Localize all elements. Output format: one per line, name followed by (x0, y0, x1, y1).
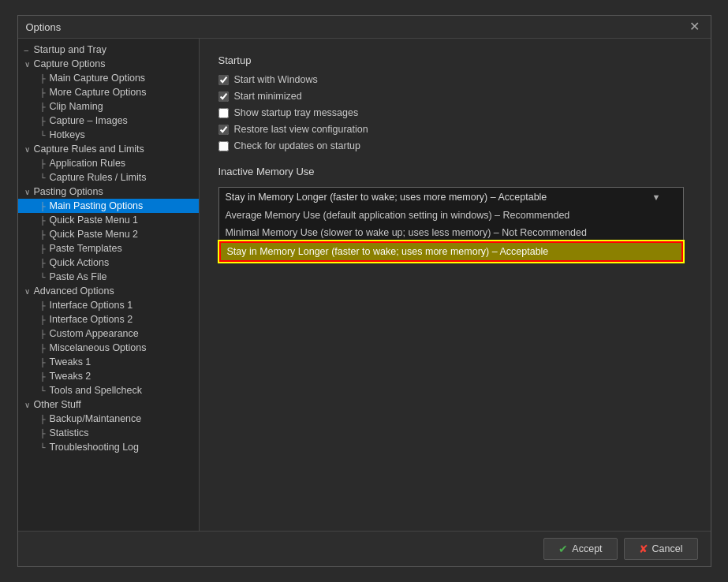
sidebar-prefix-pasting-options: ∨ (24, 188, 34, 196)
sidebar-prefix-more-capture-options: ├ (40, 88, 50, 97)
sidebar-item-capture-rules-limits[interactable]: ∨ Capture Rules and Limits (18, 142, 199, 156)
accept-button[interactable]: ✔ Accept (543, 538, 617, 560)
sidebar-prefix-startup-tray: – (24, 46, 34, 54)
close-button[interactable]: ✕ (686, 21, 703, 33)
dropdown-option-opt1[interactable]: Average Memory Use (default application … (219, 207, 683, 224)
title-bar: Options ✕ (18, 16, 711, 39)
sidebar-item-paste-as-file[interactable]: └ Paste As File (18, 270, 199, 284)
sidebar-item-troubleshooting-log[interactable]: └ Troubleshooting Log (18, 440, 199, 454)
sidebar-item-interface-options2[interactable]: ├ Interface Options 2 (18, 312, 199, 326)
sidebar-label-quick-actions: Quick Actions (50, 257, 110, 268)
sidebar-item-interface-options1[interactable]: ├ Interface Options 1 (18, 298, 199, 312)
checkbox-start-windows[interactable] (218, 75, 229, 85)
sidebar-item-application-rules[interactable]: ├ Application Rules (18, 156, 199, 170)
sidebar-item-quick-paste-menu2[interactable]: ├ Quick Paste Menu 2 (18, 227, 199, 241)
sidebar-prefix-tweaks2: ├ (40, 372, 50, 381)
sidebar-prefix-troubleshooting-log: └ (40, 443, 50, 452)
sidebar-prefix-clip-naming: ├ (40, 103, 50, 111)
sidebar-item-main-pasting-options[interactable]: ├ Main Pasting Options (18, 199, 199, 213)
sidebar-item-tools-spellcheck[interactable]: └ Tools and Spellcheck (18, 383, 199, 397)
sidebar-item-capture-options[interactable]: ∨ Capture Options (18, 57, 199, 71)
sidebar-item-backup-maintanence[interactable]: ├ Backup/Maintanence (18, 412, 199, 426)
sidebar-label-main-pasting-options: Main Pasting Options (50, 200, 144, 211)
sidebar-label-capture-rules-limits2: Capture Rules / Limits (50, 172, 147, 183)
dropdown-option-opt2[interactable]: Minimal Memory Use (slower to wake up; u… (219, 224, 683, 241)
sidebar: – Startup and Tray∨ Capture Options├ Mai… (18, 39, 200, 531)
sidebar-item-capture-rules-limits2[interactable]: └ Capture Rules / Limits (18, 170, 199, 185)
main-content: – Startup and Tray∨ Capture Options├ Mai… (18, 39, 711, 531)
sidebar-label-capture-options: Capture Options (34, 58, 106, 69)
checkboxes-container: Start with WindowsStart minimizedShow st… (218, 74, 692, 151)
sidebar-item-miscellaneous-options[interactable]: ├ Miscelaneous Options (18, 341, 199, 355)
sidebar-label-backup-maintanence: Backup/Maintanence (50, 413, 142, 424)
sidebar-item-pasting-options[interactable]: ∨ Pasting Options (18, 185, 199, 199)
sidebar-label-pasting-options: Pasting Options (34, 186, 103, 197)
sidebar-item-tweaks2[interactable]: ├ Tweaks 2 (18, 369, 199, 383)
sidebar-label-hotkeys: Hotkeys (50, 129, 85, 140)
sidebar-item-quick-actions[interactable]: ├ Quick Actions (18, 256, 199, 270)
sidebar-prefix-quick-paste-menu1: ├ (40, 216, 50, 225)
sidebar-label-other-stuff: Other Stuff (34, 399, 81, 410)
sidebar-label-custom-appearance: Custom Appearance (50, 328, 139, 339)
sidebar-prefix-capture-options: ∨ (24, 60, 34, 69)
sidebar-label-miscellaneous-options: Miscelaneous Options (50, 342, 147, 353)
sidebar-prefix-capture-rules-limits: ∨ (24, 145, 34, 154)
sidebar-item-paste-templates[interactable]: ├ Paste Templates (18, 241, 199, 256)
checkbox-label-start-minimized: Start minimized (234, 91, 302, 102)
dropdown-list: Average Memory Use (default application … (218, 207, 684, 263)
sidebar-item-main-capture-options[interactable]: ├ Main Capture Options (18, 71, 199, 85)
checkbox-item-show-startup: Show startup tray messages (218, 107, 692, 118)
sidebar-label-interface-options2: Interface Options 2 (50, 314, 133, 325)
dropdown-container: Stay in Memory Longer (faster to wake; u… (218, 187, 684, 207)
sidebar-item-startup-tray[interactable]: – Startup and Tray (18, 43, 199, 57)
sidebar-prefix-miscellaneous-options: ├ (40, 344, 50, 353)
sidebar-prefix-quick-actions: ├ (40, 259, 50, 267)
sidebar-label-paste-as-file: Paste As File (50, 271, 107, 282)
sidebar-label-tweaks1: Tweaks 1 (50, 356, 91, 367)
sidebar-prefix-hotkeys: └ (40, 131, 50, 140)
checkbox-check-updates[interactable] (218, 141, 229, 151)
sidebar-item-clip-naming[interactable]: ├ Clip Naming (18, 99, 199, 114)
dropdown-arrow-icon: ▼ (652, 192, 661, 202)
sidebar-prefix-quick-paste-menu2: ├ (40, 230, 50, 239)
sidebar-label-tools-spellcheck: Tools and Spellcheck (50, 385, 142, 396)
sidebar-item-capture-images[interactable]: ├ Capture – Images (18, 114, 199, 128)
sidebar-label-main-capture-options: Main Capture Options (50, 73, 146, 84)
sidebar-label-paste-templates: Paste Templates (50, 243, 122, 254)
sidebar-prefix-interface-options1: ├ (40, 301, 50, 310)
accept-label: Accept (572, 543, 602, 554)
sidebar-label-application-rules: Application Rules (50, 158, 126, 169)
sidebar-label-capture-rules-limits: Capture Rules and Limits (34, 144, 144, 155)
sidebar-item-tweaks1[interactable]: ├ Tweaks 1 (18, 355, 199, 369)
sidebar-label-statistics: Statistics (50, 427, 89, 438)
checkbox-item-restore-last-view: Restore last view configuration (218, 124, 692, 135)
sidebar-prefix-backup-maintanence: ├ (40, 415, 50, 423)
sidebar-prefix-capture-rules-limits2: └ (40, 173, 50, 182)
checkbox-restore-last-view[interactable] (218, 125, 229, 135)
dropdown-option-opt3[interactable]: Stay in Memory Longer (faster to wake; u… (219, 241, 683, 262)
sidebar-item-custom-appearance[interactable]: ├ Custom Appearance (18, 326, 199, 341)
sidebar-label-more-capture-options: More Capture Options (50, 87, 147, 98)
sidebar-label-startup-tray: Startup and Tray (34, 44, 106, 55)
checkbox-label-show-startup: Show startup tray messages (234, 107, 359, 118)
cancel-label: Cancel (652, 543, 683, 554)
dropdown-selected[interactable]: Stay in Memory Longer (faster to wake; u… (218, 187, 684, 207)
checkbox-show-startup[interactable] (218, 108, 229, 118)
inactive-memory-section: Inactive Memory Use (218, 166, 692, 177)
sidebar-label-quick-paste-menu1: Quick Paste Menu 1 (50, 215, 139, 226)
sidebar-item-quick-paste-menu1[interactable]: ├ Quick Paste Menu 1 (18, 213, 199, 227)
sidebar-item-advanced-options[interactable]: ∨ Advanced Options (18, 284, 199, 298)
sidebar-item-other-stuff[interactable]: ∨ Other Stuff (18, 397, 199, 412)
cancel-button[interactable]: ✘ Cancel (624, 538, 698, 560)
options-dialog: Options ✕ – Startup and Tray∨ Capture Op… (17, 15, 711, 567)
sidebar-prefix-paste-templates: ├ (40, 244, 50, 253)
sidebar-prefix-other-stuff: ∨ (24, 401, 34, 409)
checkbox-start-minimized[interactable] (218, 91, 229, 102)
sidebar-prefix-statistics: ├ (40, 429, 50, 438)
sidebar-prefix-advanced-options: ∨ (24, 287, 34, 296)
sidebar-item-hotkeys[interactable]: └ Hotkeys (18, 128, 199, 142)
dialog-title: Options (26, 21, 62, 33)
sidebar-item-statistics[interactable]: ├ Statistics (18, 426, 199, 440)
sidebar-prefix-tools-spellcheck: └ (40, 386, 50, 395)
sidebar-item-more-capture-options[interactable]: ├ More Capture Options (18, 85, 199, 99)
